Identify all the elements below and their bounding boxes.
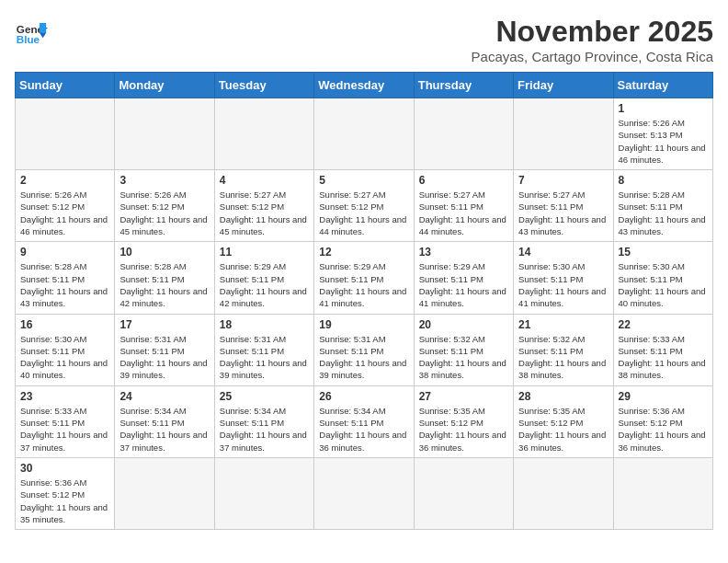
header: General Blue November 2025 Pacayas, Cart… [15,15,713,64]
day-info: Sunrise: 5:35 AM Sunset: 5:12 PM Dayligh… [518,405,608,454]
day-number: 5 [319,174,408,187]
day-info: Sunrise: 5:27 AM Sunset: 5:12 PM Dayligh… [319,189,408,237]
svg-marker-3 [40,33,46,38]
day-info: Sunrise: 5:26 AM Sunset: 5:13 PM Dayligh… [619,117,708,166]
day-number: 24 [119,390,209,403]
table-row: 14Sunrise: 5:30 AM Sunset: 5:11 PM Dayli… [514,242,613,314]
day-number: 2 [20,174,109,187]
day-number: 16 [20,318,109,331]
table-row [414,98,513,170]
weekday-header-thursday: Thursday [414,73,513,98]
day-info: Sunrise: 5:31 AM Sunset: 5:11 PM Dayligh… [319,333,408,382]
table-row [613,457,712,529]
table-row: 29Sunrise: 5:36 AM Sunset: 5:12 PM Dayli… [613,385,712,457]
table-row [16,98,115,170]
day-info: Sunrise: 5:34 AM Sunset: 5:11 PM Dayligh… [119,405,209,454]
day-number: 27 [419,390,508,403]
day-number: 10 [119,246,209,259]
day-info: Sunrise: 5:34 AM Sunset: 5:11 PM Dayligh… [319,405,408,454]
day-number: 18 [220,318,309,331]
table-row: 13Sunrise: 5:29 AM Sunset: 5:11 PM Dayli… [414,242,513,314]
day-info: Sunrise: 5:32 AM Sunset: 5:11 PM Dayligh… [419,333,508,382]
day-info: Sunrise: 5:29 AM Sunset: 5:11 PM Dayligh… [419,260,508,309]
table-row: 28Sunrise: 5:35 AM Sunset: 5:12 PM Dayli… [514,385,613,457]
table-row [115,98,214,170]
day-info: Sunrise: 5:30 AM Sunset: 5:11 PM Dayligh… [619,260,708,309]
table-row [414,457,513,529]
table-row: 23Sunrise: 5:33 AM Sunset: 5:11 PM Dayli… [16,385,115,457]
table-row: 19Sunrise: 5:31 AM Sunset: 5:11 PM Dayli… [314,314,414,385]
weekday-header-wednesday: Wednesday [314,73,414,98]
day-number: 14 [518,246,608,259]
day-info: Sunrise: 5:28 AM Sunset: 5:11 PM Dayligh… [20,260,109,309]
table-row: 8Sunrise: 5:28 AM Sunset: 5:11 PM Daylig… [613,170,712,242]
location-subtitle: Pacayas, Cartago Province, Costa Rica [472,49,713,64]
table-row: 3Sunrise: 5:26 AM Sunset: 5:12 PM Daylig… [115,170,214,242]
day-number: 15 [619,246,708,259]
day-number: 11 [220,246,309,259]
table-row [514,457,613,529]
day-number: 26 [319,390,408,403]
table-row: 20Sunrise: 5:32 AM Sunset: 5:11 PM Dayli… [414,314,513,385]
day-number: 1 [619,102,708,115]
day-number: 4 [220,174,309,187]
day-info: Sunrise: 5:30 AM Sunset: 5:11 PM Dayligh… [20,333,109,382]
table-row: 27Sunrise: 5:35 AM Sunset: 5:12 PM Dayli… [414,385,513,457]
table-row [314,98,414,170]
month-title: November 2025 [472,15,713,49]
table-row: 9Sunrise: 5:28 AM Sunset: 5:11 PM Daylig… [16,242,115,314]
day-info: Sunrise: 5:29 AM Sunset: 5:11 PM Dayligh… [220,260,309,309]
weekday-header-sunday: Sunday [16,73,115,98]
weekday-header-row: SundayMondayTuesdayWednesdayThursdayFrid… [16,73,713,98]
day-number: 9 [20,246,109,259]
table-row: 24Sunrise: 5:34 AM Sunset: 5:11 PM Dayli… [115,385,214,457]
calendar-week-row: 1Sunrise: 5:26 AM Sunset: 5:13 PM Daylig… [16,98,713,170]
day-info: Sunrise: 5:36 AM Sunset: 5:12 PM Dayligh… [20,477,109,525]
table-row: 22Sunrise: 5:33 AM Sunset: 5:11 PM Dayli… [613,314,712,385]
title-area: November 2025 Pacayas, Cartago Province,… [472,15,713,64]
table-row: 2Sunrise: 5:26 AM Sunset: 5:12 PM Daylig… [16,170,115,242]
table-row: 21Sunrise: 5:32 AM Sunset: 5:11 PM Dayli… [514,314,613,385]
day-number: 17 [119,318,209,331]
calendar-week-row: 9Sunrise: 5:28 AM Sunset: 5:11 PM Daylig… [16,242,713,314]
day-number: 13 [419,246,508,259]
day-info: Sunrise: 5:27 AM Sunset: 5:11 PM Dayligh… [518,189,608,237]
calendar-week-row: 23Sunrise: 5:33 AM Sunset: 5:11 PM Dayli… [16,385,713,457]
table-row: 4Sunrise: 5:27 AM Sunset: 5:12 PM Daylig… [214,170,313,242]
day-info: Sunrise: 5:27 AM Sunset: 5:11 PM Dayligh… [419,189,508,237]
table-row [514,98,613,170]
table-row: 30Sunrise: 5:36 AM Sunset: 5:12 PM Dayli… [16,457,115,529]
table-row: 1Sunrise: 5:26 AM Sunset: 5:13 PM Daylig… [613,98,712,170]
weekday-header-monday: Monday [115,73,214,98]
table-row: 10Sunrise: 5:28 AM Sunset: 5:11 PM Dayli… [115,242,214,314]
day-info: Sunrise: 5:33 AM Sunset: 5:11 PM Dayligh… [20,405,109,454]
day-number: 21 [518,318,608,331]
day-number: 23 [20,390,109,403]
table-row [115,457,214,529]
table-row [214,98,313,170]
weekday-header-tuesday: Tuesday [214,73,313,98]
day-number: 8 [619,174,708,187]
day-info: Sunrise: 5:31 AM Sunset: 5:11 PM Dayligh… [119,333,209,382]
table-row: 11Sunrise: 5:29 AM Sunset: 5:11 PM Dayli… [214,242,313,314]
table-row [214,457,313,529]
day-info: Sunrise: 5:33 AM Sunset: 5:11 PM Dayligh… [619,333,708,382]
day-number: 20 [419,318,508,331]
svg-text:Blue: Blue [17,33,40,45]
calendar: SundayMondayTuesdayWednesdayThursdayFrid… [15,72,713,530]
day-number: 29 [619,390,708,403]
table-row: 26Sunrise: 5:34 AM Sunset: 5:11 PM Dayli… [314,385,414,457]
day-info: Sunrise: 5:35 AM Sunset: 5:12 PM Dayligh… [419,405,508,454]
day-number: 28 [518,390,608,403]
day-info: Sunrise: 5:34 AM Sunset: 5:11 PM Dayligh… [220,405,309,454]
table-row: 6Sunrise: 5:27 AM Sunset: 5:11 PM Daylig… [414,170,513,242]
calendar-week-row: 30Sunrise: 5:36 AM Sunset: 5:12 PM Dayli… [16,457,713,529]
day-info: Sunrise: 5:31 AM Sunset: 5:11 PM Dayligh… [220,333,309,382]
day-number: 12 [319,246,408,259]
table-row [314,457,414,529]
table-row: 12Sunrise: 5:29 AM Sunset: 5:11 PM Dayli… [314,242,414,314]
weekday-header-friday: Friday [514,73,613,98]
day-info: Sunrise: 5:29 AM Sunset: 5:11 PM Dayligh… [319,260,408,309]
day-number: 22 [619,318,708,331]
svg-marker-2 [40,23,46,33]
